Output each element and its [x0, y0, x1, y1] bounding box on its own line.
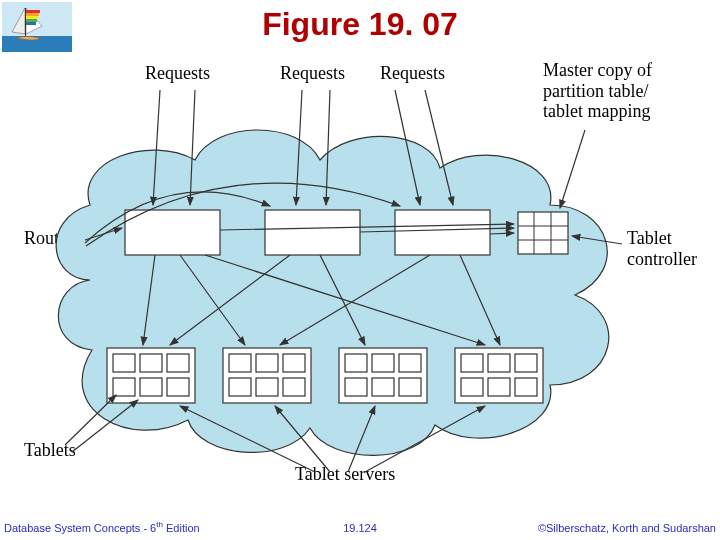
svg-rect-38 [488, 354, 510, 372]
arrow-master-copy [560, 130, 585, 208]
diagram [20, 50, 700, 490]
svg-rect-28 [283, 378, 305, 396]
router-box-1 [125, 210, 220, 255]
svg-rect-21 [167, 378, 189, 396]
svg-rect-39 [515, 354, 537, 372]
svg-rect-25 [283, 354, 305, 372]
tablet-server-4 [455, 348, 543, 403]
svg-rect-33 [345, 378, 367, 396]
svg-rect-24 [256, 354, 278, 372]
router-box-3 [395, 210, 490, 255]
svg-rect-18 [167, 354, 189, 372]
slide: Figure 19. 07 Requests Requests Requests… [0, 0, 720, 540]
figure-title: Figure 19. 07 [0, 6, 720, 43]
svg-rect-27 [256, 378, 278, 396]
svg-rect-34 [372, 378, 394, 396]
svg-rect-42 [515, 378, 537, 396]
tablet-server-3 [339, 348, 427, 403]
svg-rect-26 [229, 378, 251, 396]
svg-rect-32 [399, 354, 421, 372]
svg-rect-40 [461, 378, 483, 396]
svg-rect-35 [399, 378, 421, 396]
svg-rect-20 [140, 378, 162, 396]
svg-rect-41 [488, 378, 510, 396]
router-box-2 [265, 210, 360, 255]
svg-rect-30 [345, 354, 367, 372]
svg-rect-31 [372, 354, 394, 372]
tablet-controller-box [518, 212, 568, 254]
svg-rect-10 [518, 212, 568, 254]
tablet-server-2 [223, 348, 311, 403]
footer-right: ©Silberschatz, Korth and Sudarshan [538, 522, 716, 534]
tablet-server-1 [107, 348, 195, 403]
svg-rect-17 [140, 354, 162, 372]
svg-rect-37 [461, 354, 483, 372]
svg-rect-19 [113, 378, 135, 396]
svg-rect-16 [113, 354, 135, 372]
svg-rect-23 [229, 354, 251, 372]
cloud [56, 130, 609, 455]
